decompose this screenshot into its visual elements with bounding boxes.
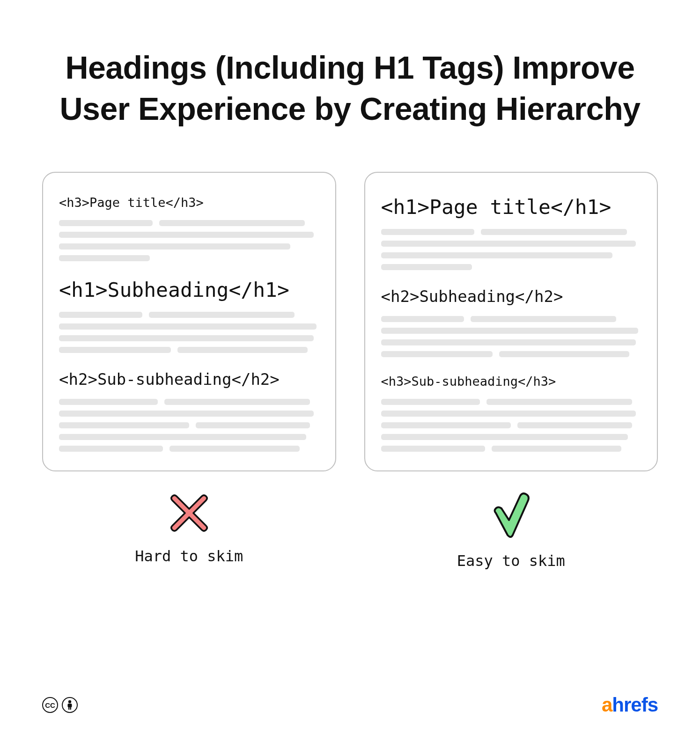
card-section: <h3>Page title</h3> [59,195,319,261]
placeholder-bar [381,328,639,334]
placeholder-bar [381,411,636,417]
placeholder-bar [196,422,310,428]
placeholder-bar [481,229,626,235]
cross-icon [168,492,210,534]
svg-rect-2 [68,707,69,710]
verdict-row: Hard to skim Easy to skim [42,492,658,570]
verdict-good-label: Easy to skim [457,552,565,570]
placeholder-bar [381,422,511,428]
heading-code: <h2>Sub-subheading</h2> [59,370,319,389]
placeholder-bar [492,446,622,452]
by-icon [62,697,78,713]
brand-logo: ahrefs [602,694,658,716]
heading-code: <h3>Page title</h3> [59,195,319,210]
brand-rest: hrefs [612,694,658,716]
placeholder-bar [59,347,171,353]
placeholder-bar [381,339,636,345]
placeholder-lines [381,399,641,452]
placeholder-bar [169,446,300,452]
placeholder-lines [59,312,319,353]
card-section: <h1>Subheading</h1> [59,278,319,353]
placeholder-bar [59,399,158,405]
placeholder-bar [381,264,472,270]
placeholder-lines [381,229,641,270]
card-section: <h2>Sub-subheading</h2> [59,370,319,452]
heading-code: <h3>Sub-subheading</h3> [381,374,641,389]
placeholder-lines [381,316,641,357]
placeholder-bar [486,399,632,405]
placeholder-bar [59,446,163,452]
footer: CC ahrefs [42,694,658,716]
check-icon [491,492,531,539]
placeholder-bar [381,434,628,440]
placeholder-bar [59,335,314,341]
placeholder-bar [59,255,150,261]
placeholder-bar [381,316,464,322]
verdict-good: Easy to skim [364,492,658,570]
license-badges: CC [42,697,78,713]
placeholder-bar [59,312,142,318]
card-section: <h1>Page title</h1> [381,195,641,270]
placeholder-bar [59,323,317,330]
placeholder-bar [159,220,305,226]
brand-first-letter: a [602,694,612,716]
card-section: <h2>Subheading</h2> [381,287,641,357]
placeholder-lines [59,220,319,261]
cc-icon: CC [42,697,58,713]
card-section: <h3>Sub-subheading</h3> [381,374,641,452]
placeholder-bar [381,252,612,258]
placeholder-bar [381,446,485,452]
placeholder-bar [499,351,629,357]
placeholder-bar [59,232,314,238]
placeholder-bar [59,411,314,417]
placeholder-bar [149,312,295,318]
card-good-hierarchy: <h1>Page title</h1><h2>Subheading</h2><h… [364,172,658,471]
placeholder-bar [517,422,632,428]
svg-rect-1 [68,704,72,707]
placeholder-lines [59,399,319,452]
placeholder-bar [381,351,493,357]
placeholder-bar [164,399,310,405]
placeholder-bar [59,243,290,250]
placeholder-bar [381,399,480,405]
heading-code: <h2>Subheading</h2> [381,287,641,306]
placeholder-bar [59,434,306,440]
heading-code: <h1>Page title</h1> [381,195,641,219]
heading-code: <h1>Subheading</h1> [59,278,319,301]
card-bad-hierarchy: <h3>Page title</h3><h1>Subheading</h1><h… [42,172,336,471]
placeholder-bar [381,241,636,247]
placeholder-bar [471,316,616,322]
verdict-bad: Hard to skim [42,492,336,570]
verdict-bad-label: Hard to skim [135,547,243,565]
svg-point-0 [68,700,71,703]
main-title: Headings (Including H1 Tags) Improve Use… [42,47,658,130]
placeholder-bar [381,229,475,235]
placeholder-bar [59,422,189,428]
svg-rect-3 [70,707,71,710]
placeholder-bar [177,347,308,353]
placeholder-bar [59,220,153,226]
comparison-row: <h3>Page title</h3><h1>Subheading</h1><h… [42,172,658,471]
